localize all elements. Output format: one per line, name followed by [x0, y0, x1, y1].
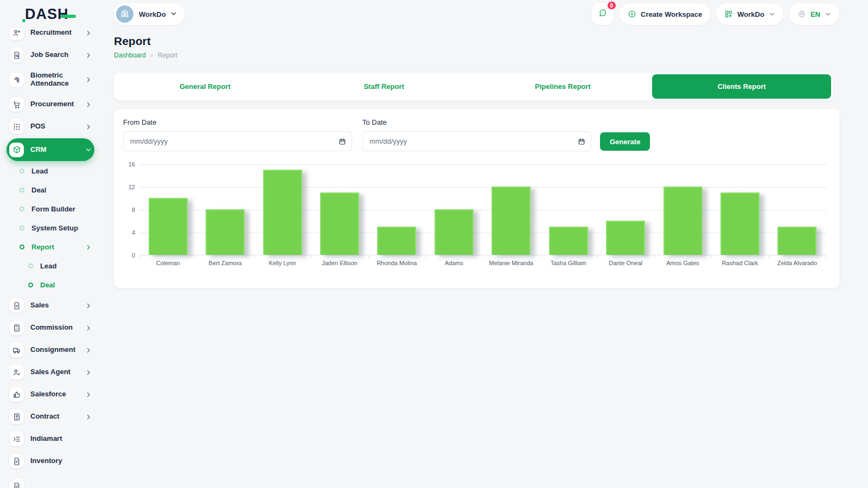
- chevron-right-icon: [85, 124, 92, 130]
- sidebar-subitem-form-builder[interactable]: Form Builder: [7, 200, 94, 219]
- sidebar-subitem-lead[interactable]: Lead: [7, 162, 94, 181]
- logo-text: DASH: [25, 6, 69, 23]
- sidebar-subitem-label: Deal: [31, 186, 46, 194]
- x-axis-label-rhonda-molina: Rhonda Molina: [368, 260, 425, 266]
- app-logo[interactable]: DASH: [0, 0, 101, 28]
- y-axis-tick-label: 4: [132, 229, 135, 236]
- header-actions: 0 Create Workspace WorkDo EN: [592, 3, 839, 25]
- sidebar-item-label: Procurement: [30, 100, 74, 108]
- create-workspace-button[interactable]: Create Workspace: [620, 3, 710, 25]
- tab-general-report[interactable]: General Report: [116, 74, 295, 99]
- logo-dash-decoration: [61, 15, 76, 18]
- sidebar-item-sales[interactable]: Sales: [7, 294, 94, 317]
- calendar-icon[interactable]: [339, 138, 346, 145]
- bullet-icon: [20, 226, 24, 230]
- x-axis-label-melanie-miranda: Melanie Miranda: [483, 260, 540, 266]
- chevron-right-icon: [85, 52, 92, 59]
- sidebar-item-label: POS: [30, 123, 45, 131]
- breadcrumb-separator: ›: [151, 52, 153, 59]
- bar-adams: [435, 209, 474, 255]
- sidebar-item-procurement[interactable]: Procurement: [7, 93, 94, 115]
- file-text-icon: [9, 479, 24, 488]
- workspace-pill[interactable]: WorkDo: [114, 3, 184, 25]
- chart-bars: [139, 164, 826, 255]
- x-axis-label-rashad-clark: Rashad Clark: [711, 260, 768, 266]
- chevron-right-icon: [85, 101, 92, 108]
- bullet-icon: [20, 188, 24, 192]
- sidebar-item-consignment[interactable]: Consignment: [7, 339, 94, 361]
- from-date-input[interactable]: [130, 137, 333, 145]
- sidebar-item-label: Indiamart: [30, 435, 62, 443]
- sidebar-subitem-lead[interactable]: Lead: [7, 256, 94, 275]
- top-header: WorkDo 0 Create Workspace WorkDo EN: [114, 3, 839, 25]
- chevron-right-icon: [85, 303, 92, 309]
- chart-bar-slot: [139, 164, 196, 255]
- chevron-right-icon: [85, 30, 92, 36]
- sidebar-item-contract[interactable]: Contract: [7, 406, 94, 428]
- breadcrumb-dashboard-link[interactable]: Dashboard: [114, 52, 146, 59]
- sidebar-subitem-label: System Setup: [31, 224, 78, 232]
- x-axis-label-coleman: Coleman: [139, 260, 196, 266]
- chevron-right-icon: [85, 391, 92, 398]
- workspace-pill-label: WorkDo: [139, 10, 166, 18]
- truck-icon: [9, 343, 24, 357]
- tab-staff-report[interactable]: Staff Report: [295, 74, 474, 99]
- sidebar-item-inventory[interactable]: Inventory: [7, 450, 94, 472]
- to-date-input[interactable]: [369, 137, 572, 145]
- calendar-icon[interactable]: [578, 138, 585, 145]
- chart-bar-slot: [368, 164, 425, 255]
- from-date-label: From Date: [123, 118, 352, 126]
- tab-clients-report[interactable]: Clients Report: [652, 74, 831, 99]
- sidebar-subitem-deal[interactable]: Deal: [7, 275, 94, 294]
- sidebar-item-sales-agent[interactable]: Sales Agent: [7, 361, 94, 383]
- sidebar-item-job-search[interactable]: Job Search: [7, 44, 94, 66]
- sidebar-item-label: Sales: [30, 301, 49, 310]
- workspace-avatar: [116, 5, 133, 23]
- tab-pipelines-report[interactable]: Pipelines Report: [474, 74, 653, 99]
- sidebar-item-biometric-attendance[interactable]: Biometric Attendance: [7, 66, 94, 93]
- chart-x-axis-labels: ColemanBert ZamoraKelly LynnJaden Elliso…: [139, 260, 826, 266]
- chevron-right-icon: [85, 76, 92, 83]
- x-axis-label-jaden-ellison: Jaden Ellison: [311, 260, 368, 266]
- logo-dot-decoration: [22, 19, 25, 22]
- sidebar-item-label: Contract: [30, 413, 59, 421]
- sidebar-item-label: Recruitment: [30, 29, 72, 37]
- workspace-switcher[interactable]: WorkDo: [716, 3, 783, 25]
- report-card: From Date To Date Generate 1612840 Colem…: [114, 109, 839, 288]
- sidebar-item-crm[interactable]: CRM: [7, 138, 94, 161]
- file-search-icon: [9, 48, 24, 62]
- page-title: Report: [114, 35, 839, 48]
- generate-button[interactable]: Generate: [600, 132, 650, 151]
- file-text-icon: [9, 454, 24, 468]
- chart-y-axis: 1612840: [123, 164, 136, 255]
- chart-bar-slot: [654, 164, 711, 255]
- sidebar-item-salesforce[interactable]: Salesforce: [7, 383, 94, 406]
- clients-report-chart: 1612840 ColemanBert ZamoraKelly LynnJade…: [123, 164, 830, 278]
- bar-dante-oneal: [606, 221, 645, 255]
- cube-icon: [9, 143, 24, 157]
- breadcrumb-current: Report: [158, 52, 177, 59]
- messages-button[interactable]: 0: [592, 3, 614, 25]
- language-label: EN: [810, 10, 820, 18]
- sidebar-item-indiamart[interactable]: Indiamart: [7, 428, 94, 450]
- chevron-down-icon: [825, 11, 831, 17]
- grid-plus-icon: [724, 10, 733, 18]
- bullet-icon: [20, 207, 24, 211]
- breadcrumb: Dashboard › Report: [114, 52, 839, 59]
- chevron-right-icon: [85, 244, 92, 251]
- sidebar: DASH RecruitmentJob SearchBiometric Atte…: [0, 0, 101, 488]
- sidebar-subitem-report[interactable]: Report: [7, 237, 94, 256]
- sidebar-item-label: Job Search: [30, 51, 68, 59]
- sidebar-item-pos[interactable]: POS: [7, 115, 94, 138]
- to-date-field: To Date: [362, 118, 591, 151]
- chart-bar-slot: [196, 164, 253, 255]
- chevron-right-icon: [85, 414, 92, 420]
- file-text-icon: [9, 298, 24, 313]
- sidebar-subitem-label: Lead: [31, 167, 48, 175]
- sidebar-subitem-deal[interactable]: Deal: [7, 181, 94, 200]
- sidebar-item-label: Sales Agent: [30, 368, 71, 376]
- sidebar-nav: RecruitmentJob SearchBiometric Attendanc…: [0, 22, 101, 488]
- sidebar-subitem-system-setup[interactable]: System Setup: [7, 219, 94, 237]
- language-selector[interactable]: EN: [789, 3, 839, 25]
- sidebar-item-commission[interactable]: Commission: [7, 317, 94, 339]
